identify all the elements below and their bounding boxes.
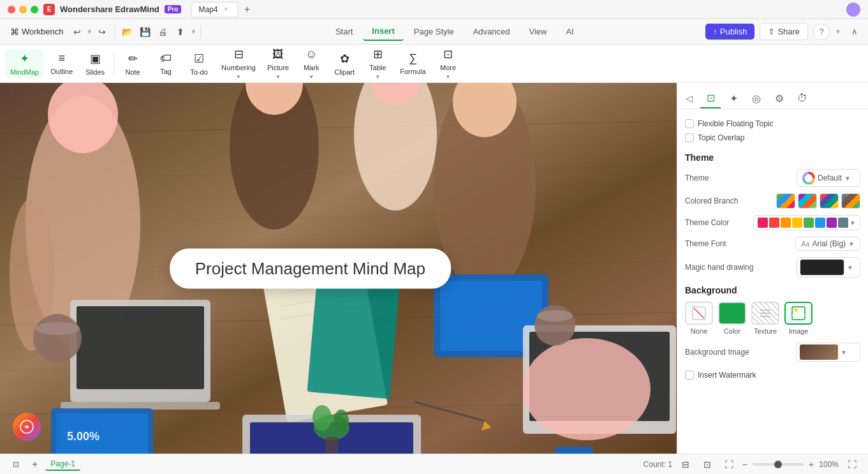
theme-color-row: Theme Color ▼ bbox=[685, 215, 860, 230]
panel-collapse-btn[interactable]: ◁ bbox=[680, 89, 698, 107]
topic-overlap-checkbox[interactable] bbox=[685, 133, 694, 142]
user-avatar[interactable] bbox=[846, 3, 860, 17]
colored-branch-opt3[interactable] bbox=[820, 193, 839, 209]
share-btn[interactable]: ⇧ Share bbox=[760, 23, 808, 40]
watermark-toggle[interactable]: Insert Watermark bbox=[685, 371, 756, 380]
numbering-btn[interactable]: ⊟ Numbering ▼ bbox=[216, 45, 261, 82]
open-btn[interactable]: 📂 bbox=[119, 24, 135, 40]
new-tab-btn[interactable]: + bbox=[240, 3, 254, 17]
nav-tab-insert[interactable]: Insert bbox=[363, 22, 403, 41]
floating-topic-toggle[interactable]: Flexible Floating Topic bbox=[685, 119, 774, 128]
bg-none-opt[interactable]: None bbox=[685, 302, 713, 335]
nav-tab-view[interactable]: View bbox=[520, 23, 555, 40]
topic-overlap-toggle[interactable]: Topic Overlap bbox=[685, 133, 744, 142]
mind-map-title: Project Management Mind Map bbox=[170, 248, 451, 288]
bg-texture-opt[interactable]: Texture bbox=[751, 302, 779, 335]
workbench-btn[interactable]: ⌘ Workbench bbox=[5, 24, 69, 40]
panel-tab-properties[interactable]: ⊡ bbox=[700, 88, 721, 108]
panel-tab-settings[interactable]: ⚙ bbox=[769, 88, 790, 108]
bg-texture-icon bbox=[751, 302, 779, 325]
mindmap-btn[interactable]: ✦ MindMap bbox=[5, 49, 44, 78]
fullscreen-btn[interactable]: ⛶ bbox=[721, 456, 737, 473]
panel-tab-ai[interactable]: ✦ bbox=[723, 88, 744, 108]
undo-btn[interactable]: ↩ bbox=[69, 24, 85, 40]
collapse-btn[interactable]: ∧ bbox=[846, 24, 863, 40]
bg-color-opt[interactable]: Color bbox=[718, 302, 746, 335]
tool-bar: ✦ MindMap ≡ Outline ▣ Slides ✏ Note 🏷 Ta… bbox=[0, 45, 868, 83]
floating-topic-checkbox[interactable] bbox=[685, 119, 694, 128]
grid-view-btn[interactable]: ⊟ bbox=[677, 456, 694, 473]
table-label: Table bbox=[369, 64, 386, 71]
magic-hand-dropdown[interactable]: ▼ bbox=[797, 257, 860, 278]
export-btn[interactable]: ⬆ bbox=[172, 24, 189, 40]
theme-section-title: Theme bbox=[685, 152, 860, 163]
zoom-handle[interactable] bbox=[774, 461, 782, 468]
background-section-title: Background bbox=[685, 285, 860, 295]
sep1 bbox=[114, 26, 115, 38]
help-btn[interactable]: ? bbox=[813, 24, 830, 40]
note-btn[interactable]: ✏ Note bbox=[117, 49, 149, 78]
panel-tab-location[interactable]: ◎ bbox=[746, 88, 767, 108]
bg-image-opt[interactable]: Image bbox=[784, 302, 813, 335]
panel-tab-clock[interactable]: ⏱ bbox=[792, 88, 813, 108]
more-btn[interactable]: ⊡ More ▼ bbox=[432, 45, 464, 82]
theme-color-dropdown[interactable]: ▼ bbox=[753, 215, 860, 230]
current-tab[interactable]: Map4 × bbox=[191, 2, 237, 17]
mark-btn[interactable]: ☺ Mark ▼ bbox=[295, 45, 327, 82]
theme-dropdown[interactable]: Default ▼ bbox=[797, 169, 860, 187]
picture-btn[interactable]: 🖼 Picture ▼ bbox=[262, 45, 294, 82]
magic-hand-arrow: ▼ bbox=[847, 264, 853, 271]
colored-branch-opt4[interactable] bbox=[841, 193, 860, 209]
formula-btn[interactable]: ∑ Formula bbox=[395, 49, 430, 78]
table-btn[interactable]: ⊞ Table ▼ bbox=[362, 45, 394, 82]
bg-image-icon bbox=[784, 302, 813, 325]
save-btn[interactable]: 💾 bbox=[136, 24, 153, 40]
nav-tab-start[interactable]: Start bbox=[327, 23, 362, 40]
note-label: Note bbox=[125, 68, 140, 76]
publish-icon: ↑ bbox=[713, 27, 717, 36]
clipart-btn[interactable]: ✿ Clipart bbox=[328, 49, 360, 78]
edrawmind-logo[interactable] bbox=[13, 413, 41, 441]
status-right: Count: 1 ⊟ ⊡ ⛶ − + 100% ⛶ bbox=[644, 456, 860, 473]
slides-label: Slides bbox=[85, 68, 105, 76]
mark-label: Mark bbox=[304, 64, 319, 71]
colored-branch-opt2[interactable] bbox=[798, 193, 817, 209]
fit-window-btn[interactable]: ⛶ bbox=[844, 456, 860, 473]
minimize-window-btn[interactable] bbox=[19, 6, 27, 13]
theme-font-dropdown[interactable]: Aa Arial (Big) ▼ bbox=[795, 237, 860, 251]
watermark-checkbox[interactable] bbox=[685, 371, 694, 380]
formula-label: Formula bbox=[400, 68, 425, 75]
tab-close-btn[interactable]: × bbox=[222, 5, 231, 14]
zoom-out-btn[interactable]: − bbox=[742, 459, 747, 470]
nav-tab-pagestyle[interactable]: Page Style bbox=[405, 23, 463, 40]
bg-image-dropdown[interactable]: ▼ bbox=[797, 343, 860, 362]
close-window-btn[interactable] bbox=[8, 6, 15, 13]
fit-page-btn[interactable]: ⊡ bbox=[699, 456, 716, 473]
print-btn[interactable]: 🖨 bbox=[154, 24, 171, 40]
canvas-area[interactable]: 5.00% Discussion Outline bbox=[0, 83, 677, 454]
zoom-in-btn[interactable]: + bbox=[809, 459, 814, 470]
maximize-window-btn[interactable] bbox=[31, 6, 38, 13]
nav-tab-ai[interactable]: AI bbox=[557, 23, 582, 40]
zoom-slider[interactable] bbox=[753, 463, 804, 466]
magic-hand-row: Magic hand drawing ▼ bbox=[685, 257, 860, 278]
page-view-btn[interactable]: ⊡ bbox=[8, 456, 24, 473]
page-tab-1[interactable]: Page-1 bbox=[45, 458, 80, 471]
history-buttons: ↩ ▼ ↪ 📂 💾 🖨 ⬆ ▼ bbox=[69, 24, 204, 40]
add-page-btn[interactable]: + bbox=[29, 459, 40, 470]
todo-btn[interactable]: ☑ To-do bbox=[183, 49, 215, 78]
bg-image-label: Image bbox=[789, 327, 809, 335]
outline-btn[interactable]: ≡ Outline bbox=[45, 49, 78, 78]
nav-tab-advanced[interactable]: Advanced bbox=[464, 23, 519, 40]
numbering-icon: ⊟ bbox=[234, 47, 244, 61]
theme-color-label: Theme Color bbox=[685, 218, 729, 227]
panel-content: Flexible Floating Topic Topic Overlap Th… bbox=[677, 109, 868, 454]
colored-branch-opt1[interactable] bbox=[776, 193, 795, 209]
traffic-lights bbox=[8, 6, 38, 13]
background-options: None Color Texture bbox=[685, 302, 860, 335]
tag-btn[interactable]: 🏷 Tag bbox=[150, 49, 182, 78]
slides-btn[interactable]: ▣ Slides bbox=[79, 49, 111, 78]
redo-btn[interactable]: ↪ bbox=[94, 24, 110, 40]
publish-btn[interactable]: ↑ Publish bbox=[705, 24, 754, 40]
table-icon: ⊞ bbox=[373, 47, 383, 61]
